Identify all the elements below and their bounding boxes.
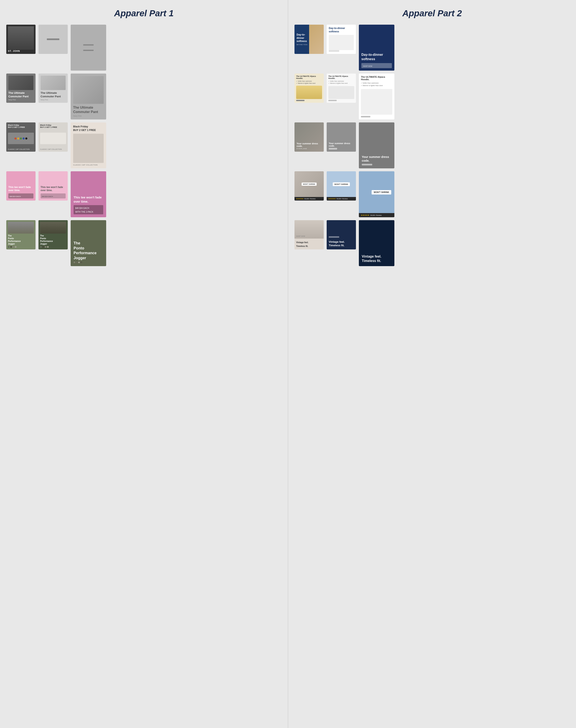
wont-badge-1: WON'T SHRINK — [301, 183, 316, 186]
alpaca-empty-3 — [361, 89, 392, 115]
daydinner-navy-space — [362, 27, 392, 53]
row-commuter: The Ultimate Commuter Pant Navy Fine The… — [6, 73, 282, 120]
row-wont-shrink: WON'T SHRINK ★★★★★ 59,000+ Reviews WON'T… — [294, 171, 570, 217]
logo-bar — [47, 38, 59, 40]
wont-badge-2: WON'T SHRINK — [333, 182, 350, 186]
tee-lg-card: This tee won't fade over time. $48 $34 E… — [70, 171, 106, 217]
vintage-dark-space — [362, 223, 392, 254]
commuter-light-card: The Ultimate Commuter Pant Navy Fine — [38, 73, 68, 103]
model-photo — [8, 26, 34, 50]
wont-badge-3: WON'T SHRINK — [372, 190, 391, 194]
daydinner-photo-area — [309, 25, 324, 54]
daydinner-navy-card: Day-to-dinner softness SHOP NOW — [359, 25, 394, 70]
tee-price-3: $48 $34 EACH WITH THE 2-PACK — [75, 207, 93, 213]
row-alpaca: The ULTIMATE Alpaca Hoodie. Softer than … — [294, 73, 570, 120]
vintage-top: SHOP NOW — [294, 220, 324, 239]
alpaca-empty-2 — [328, 86, 354, 99]
cap-dot-blue — [23, 138, 25, 140]
jogger-color-dots-2 — [40, 246, 66, 248]
fabric-texture-light — [40, 75, 66, 90]
row-branding: ST. JOHN — [6, 25, 282, 70]
dress-photo-card: Your summer dress code. EVERLANE — [294, 122, 324, 152]
tee-price-bar-1: $48 $24 EACH — [8, 193, 33, 199]
daydinner-btn-text: SHOP NOW — [363, 65, 372, 67]
commuter-large-card: The Ultimate Commuter Pant Navy Fine — [70, 73, 106, 120]
daydinner-photo-card: Day-to-dinner softness BEYOND YOGA — [294, 25, 324, 54]
row-jogger: The Ponto Performance Jogger The Ponto P… — [6, 220, 282, 266]
dot-l2 — [76, 262, 78, 263]
alpaca-white-card: The ULTIMATE Alpaca Hoodie. Softer than … — [327, 73, 356, 103]
cap-top-text-2: Black Friday BUY 2 GET 1 FREE — [40, 124, 66, 128]
dress-text-2: Your summer dress code. — [329, 142, 354, 147]
cap-large-card: Black Friday BUY 2 GET 1 FREE CLASSIC CA… — [70, 122, 106, 169]
alpaca-large-card: The ULTIMATE Alpaca Hoodie. Softer than … — [359, 73, 394, 120]
wont-top-1: WON'T SHRINK — [294, 171, 324, 197]
cap-bottom-text-1: CLASSIC CAP COLLECTION — [8, 149, 34, 150]
vintage-label-1: SHOP NOW — [296, 236, 322, 237]
tee-title-1: This tee won't fade over time. — [8, 186, 33, 192]
alpaca-feature-3a: Softer than cashmere — [361, 82, 392, 84]
cap-image-3 — [73, 134, 104, 163]
logo-bar-top — [83, 44, 94, 46]
alpaca-feature-1a: Softer than cashmere — [296, 80, 322, 82]
wont-stars-1: ★★★★★ — [296, 198, 304, 200]
alpaca-feature-1b: Warmer & lighter than wool — [296, 82, 322, 84]
commuter-subtitle-1: Navy Fine — [8, 99, 33, 101]
wont-stars-3: ★★★★★ — [361, 214, 369, 216]
fabric-texture-lg — [73, 76, 104, 104]
tee-price-bar-3: $48 $34 EACH WITH THE 2-PACK — [74, 205, 103, 214]
wont-bottom-2: ★★★★★ 59,000+ Reviews — [327, 197, 356, 201]
wont-reviews-3: 99,000+ Reviews — [370, 215, 382, 216]
dot-d2 — [42, 246, 44, 248]
alpaca-title-2: The ULTIMATE Alpaca Hoodie. — [328, 75, 354, 80]
dress-logo-3 — [362, 164, 372, 165]
part1-section: Apparel Part 1 ST. JOHN The Ultimate Com… — [0, 0, 288, 728]
cap-dot-green — [20, 138, 22, 140]
cap-bottom-text-3: CLASSIC CAP COLLECTION — [73, 164, 104, 166]
cap-bottom-text-2: CLASSIC CAP COLLECTION — [40, 149, 66, 150]
wont-blue-top: WON'T SHRINK — [327, 171, 356, 197]
alpaca-brand-3 — [361, 116, 370, 117]
jogger-title-3: The Ponto Performance Jogger — [74, 241, 103, 261]
cap-dark-card: Black Friday BUY 2 GET 1 FREE CLASSIC CA… — [6, 122, 35, 152]
cap-dot-yellow — [17, 138, 19, 140]
cap-top-text-3: Black Friday BUY 2 GET 1 FREE — [73, 125, 104, 132]
tee-title-2: This tee won't fade over time. — [40, 186, 66, 192]
jogger-title-1: The Ponto Performance Jogger — [8, 234, 34, 245]
row-tee: This tee won't fade over time. $48 $24 E… — [6, 171, 282, 217]
vintage-photo-card: SHOP NOW Vintage feel. Timeless fit. — [294, 220, 324, 249]
jogger-dark-card: The Ponto Performance Jogger — [38, 220, 68, 249]
row-daydinner: Day-to-dinner softness BEYOND YOGA Day-t… — [294, 25, 570, 70]
wont-reviews-1: 59,000+ Reviews — [304, 198, 316, 200]
alpaca-feature-3b: Warmer & lighter than wool — [361, 84, 392, 87]
vintage-title-1: Vintage feel. Timeless fit. — [296, 241, 309, 247]
daydinner-white-area — [329, 35, 354, 50]
dress-logo-2 — [329, 148, 337, 150]
wont-photo-card: WON'T SHRINK ★★★★★ 59,000+ Reviews — [294, 171, 324, 201]
logo-bar-bottom — [83, 50, 94, 51]
cap-image-2 — [40, 133, 66, 144]
alpaca-features-2: Softer than cashmere Warmer & lighter th… — [328, 80, 354, 84]
stjohn-card: ST. JOHN — [6, 25, 35, 54]
wont-stars-2: ★★★★★ — [328, 198, 336, 200]
vintage-logo — [329, 236, 339, 238]
cap-top-text-1: Black Friday BUY 2 GET 1 FREE — [8, 124, 34, 128]
commuter-dark-card: The Ultimate Commuter Pant Navy Fine — [6, 73, 35, 103]
alpaca-feature-2b: Warmer & lighter than wool — [328, 82, 354, 84]
row-dress: Your summer dress code. EVERLANE Your su… — [294, 122, 570, 169]
commuter-title-2: The Ultimate Commuter Pant — [40, 91, 66, 98]
daydinner-text-2: Day-to-dinner softness — [329, 27, 354, 33]
dress-gray-area — [329, 124, 354, 142]
jogger-image-3 — [74, 223, 103, 241]
tee-price-2: $48 $24 EACH — [42, 195, 53, 198]
commuter-subtitle-2: Navy Fine — [40, 99, 66, 101]
alpaca-hoodie-image — [296, 86, 322, 99]
tee-image-2 — [40, 173, 66, 186]
row-vintage: SHOP NOW Vintage feel. Timeless fit. Vin… — [294, 220, 570, 266]
daydinner-btn: SHOP NOW — [362, 63, 392, 68]
wont-bottom-3: ★★★★★ 99,000+ Reviews — [359, 213, 394, 217]
tee-image-3 — [74, 174, 103, 195]
dot-4 — [15, 246, 17, 248]
jogger-color-dots-3 — [74, 262, 103, 263]
vintage-navy-space — [329, 222, 354, 236]
